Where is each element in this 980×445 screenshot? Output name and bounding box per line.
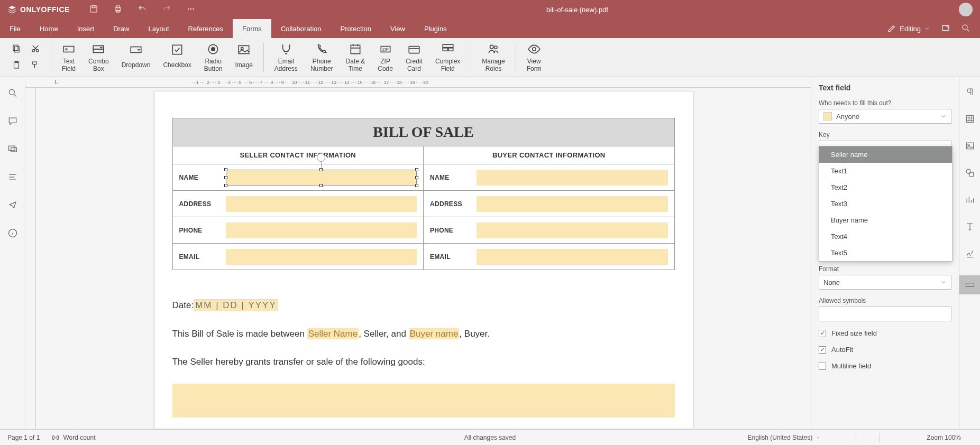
image-settings-icon[interactable] bbox=[965, 141, 975, 153]
menu-draw[interactable]: Draw bbox=[104, 19, 139, 38]
ribbon-phone[interactable]: PhoneNumber bbox=[304, 42, 340, 72]
page-indicator[interactable]: Page 1 of 1 bbox=[7, 434, 40, 441]
fixed-size-checkbox[interactable]: Fixed size field bbox=[819, 329, 951, 338]
buyer-name-field[interactable] bbox=[477, 170, 668, 186]
vertical-ruler[interactable] bbox=[25, 88, 36, 429]
ribbon-manage-roles[interactable]: ManageRoles bbox=[475, 42, 511, 72]
label-email: EMAIL bbox=[173, 253, 226, 261]
seller-email-field[interactable] bbox=[226, 249, 417, 265]
ribbon-date-time[interactable]: Date &Time bbox=[340, 42, 372, 72]
ribbon-checkbox[interactable]: Checkbox bbox=[157, 43, 197, 72]
open-location-icon[interactable] bbox=[941, 23, 950, 34]
key-option[interactable]: Text4 bbox=[819, 228, 952, 245]
ribbon-text-field[interactable]: TextField bbox=[56, 42, 82, 72]
menu-file[interactable]: File bbox=[0, 19, 30, 38]
table-settings-icon[interactable] bbox=[965, 114, 975, 126]
form-settings-icon[interactable] bbox=[959, 275, 980, 294]
textart-settings-icon[interactable] bbox=[965, 221, 975, 234]
zoom-level[interactable]: Zoom 100% bbox=[927, 434, 961, 441]
ribbon-zip[interactable]: ZIPZIPCode bbox=[371, 42, 399, 72]
rotate-handle-icon[interactable] bbox=[317, 153, 325, 162]
svg-point-41 bbox=[967, 144, 969, 146]
buyer-address-field[interactable] bbox=[477, 196, 668, 212]
key-option[interactable]: Buyer name bbox=[819, 212, 952, 228]
chevron-down-icon bbox=[924, 25, 930, 32]
word-count-button[interactable]: Word count bbox=[51, 433, 95, 442]
ribbon-dropdown[interactable]: Dropdown bbox=[115, 43, 157, 72]
multiline-checkbox[interactable]: Multiline field bbox=[819, 361, 951, 370]
allowed-symbols-input[interactable] bbox=[819, 307, 951, 321]
logo-icon bbox=[7, 5, 17, 14]
print-icon[interactable] bbox=[113, 4, 123, 15]
buyer-email-field[interactable] bbox=[477, 249, 668, 265]
save-icon[interactable] bbox=[89, 4, 98, 15]
ribbon-radio-button[interactable]: RadioButton bbox=[198, 42, 229, 72]
who-select[interactable]: Anyone bbox=[819, 109, 951, 124]
menu-collaboration[interactable]: Collaboration bbox=[271, 19, 331, 38]
autofit-checkbox[interactable]: AutoFit bbox=[819, 345, 951, 354]
key-option[interactable]: Text3 bbox=[819, 196, 952, 212]
allowed-symbols-label: Allowed symbols bbox=[819, 297, 951, 304]
menu-home[interactable]: Home bbox=[30, 19, 68, 38]
label-name: NAME bbox=[173, 174, 226, 181]
user-avatar[interactable] bbox=[959, 3, 973, 16]
cut-icon[interactable] bbox=[31, 44, 40, 55]
buyer-phone-field[interactable] bbox=[477, 222, 668, 238]
headings-icon[interactable] bbox=[7, 172, 18, 184]
inline-buyer-name[interactable]: Buyer name bbox=[409, 328, 460, 339]
ribbon-view-form[interactable]: ViewForm bbox=[520, 42, 548, 72]
key-option[interactable]: Text5 bbox=[819, 245, 952, 261]
menu-references[interactable]: References bbox=[179, 19, 233, 38]
goods-description-field[interactable] bbox=[172, 384, 675, 418]
format-select[interactable]: None bbox=[819, 275, 951, 290]
left-tool-rail bbox=[0, 77, 25, 429]
menu-plugins[interactable]: Plugins bbox=[415, 19, 456, 38]
body-paragraph-1: This Bill of Sale is made between Seller… bbox=[172, 327, 675, 341]
redo-icon[interactable] bbox=[162, 4, 171, 15]
key-option[interactable]: Text2 bbox=[819, 179, 952, 196]
menu-layout[interactable]: Layout bbox=[139, 19, 179, 38]
more-icon[interactable] bbox=[186, 4, 196, 15]
format-painter-icon[interactable] bbox=[31, 60, 40, 71]
language-select[interactable]: English (United States) bbox=[748, 434, 821, 441]
shape-settings-icon[interactable] bbox=[965, 168, 975, 180]
ribbon-combo-box[interactable]: ComboBox bbox=[82, 42, 115, 72]
seller-phone-field[interactable] bbox=[226, 222, 417, 238]
seller-address-field[interactable] bbox=[226, 196, 417, 212]
key-option[interactable]: Seller name bbox=[819, 146, 952, 163]
undo-icon[interactable] bbox=[138, 4, 147, 15]
menu-forms[interactable]: Forms bbox=[233, 19, 271, 38]
signature-settings-icon[interactable] bbox=[965, 248, 975, 261]
horizontal-ruler[interactable]: · · 1 · · · 2 · · · 3 · · · 4 · · · 5 · … bbox=[25, 77, 811, 88]
svg-rect-37 bbox=[11, 148, 16, 152]
menu-insert[interactable]: Insert bbox=[68, 19, 104, 38]
about-icon[interactable] bbox=[7, 228, 18, 240]
panel-title: Text field bbox=[819, 84, 951, 92]
ribbon-complex-field[interactable]: ComplexField bbox=[429, 42, 466, 72]
paragraph-settings-icon[interactable] bbox=[965, 87, 975, 99]
seller-name-field[interactable] bbox=[226, 170, 417, 186]
svg-rect-3 bbox=[116, 6, 120, 8]
find-icon[interactable] bbox=[7, 88, 18, 100]
ribbon-email[interactable]: EmailAddress bbox=[268, 42, 304, 72]
key-option[interactable]: Text1 bbox=[819, 163, 952, 179]
svg-point-9 bbox=[963, 25, 967, 30]
search-icon[interactable] bbox=[961, 23, 970, 34]
paste-icon[interactable] bbox=[12, 60, 21, 71]
copy-icon[interactable] bbox=[12, 44, 21, 55]
chart-settings-icon[interactable] bbox=[965, 194, 975, 207]
ribbon-image[interactable]: Image bbox=[228, 43, 259, 72]
ribbon-credit-card[interactable]: CreditCard bbox=[399, 42, 429, 72]
seller-section-head: SELLER CONTACT INFORMATION bbox=[173, 146, 424, 164]
svg-point-42 bbox=[966, 169, 970, 173]
date-field[interactable]: MM | DD | YYYY bbox=[194, 299, 278, 311]
menu-protection[interactable]: Protection bbox=[331, 19, 381, 38]
feedback-icon[interactable] bbox=[7, 200, 18, 212]
save-status: All changes saved bbox=[464, 434, 516, 441]
menu-view[interactable]: View bbox=[381, 19, 415, 38]
inline-seller-name[interactable]: Seller Name bbox=[307, 328, 359, 339]
chevron-down-icon bbox=[940, 279, 947, 285]
chat-icon[interactable] bbox=[7, 144, 18, 156]
comments-icon[interactable] bbox=[7, 116, 18, 128]
editing-mode-button[interactable]: Editing bbox=[887, 24, 930, 33]
